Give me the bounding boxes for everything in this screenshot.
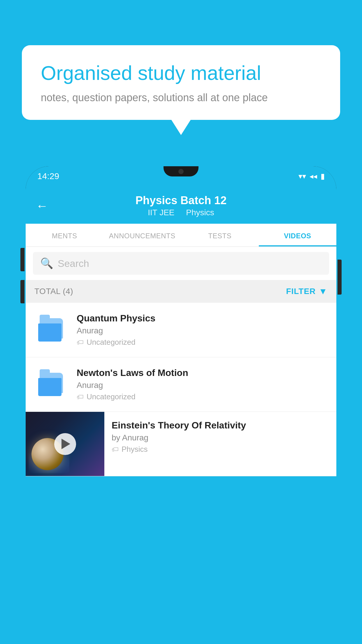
bubble-subtitle: notes, question papers, solutions all at… <box>41 92 321 104</box>
folder-front-icon <box>38 323 61 342</box>
play-icon <box>61 439 70 449</box>
search-placeholder: Search <box>58 258 89 269</box>
list-item[interactable]: Einstein's Theory Of Relativity by Anura… <box>26 412 336 476</box>
total-count: TOTAL (4) <box>34 287 73 296</box>
filter-button[interactable]: FILTER ▼ <box>286 286 328 296</box>
app-header: ← Physics Batch 12 IIT JEE Physics <box>26 186 336 224</box>
battery-icon: ▮ <box>321 172 325 181</box>
video-title-2: Newton's Laws of Motion <box>77 368 328 378</box>
tag-icon-1: 🏷 <box>77 338 84 346</box>
vol-button-2 <box>20 280 24 303</box>
folder-front-icon-2 <box>38 378 61 396</box>
signal-icon: ◂◂ <box>310 172 317 181</box>
video-author-2: Anurag <box>77 381 328 390</box>
tag-iitjee: IIT JEE <box>148 208 174 217</box>
batch-title: Physics Batch 12 <box>136 194 227 207</box>
video-info-2: Newton's Laws of Motion Anurag 🏷 Uncateg… <box>77 368 328 401</box>
camera <box>178 169 184 174</box>
header-title-block: Physics Batch 12 IIT JEE Physics <box>136 194 227 217</box>
video-list: Quantum Physics Anurag 🏷 Uncategorized <box>26 303 336 476</box>
folder-thumb-1 <box>34 313 68 347</box>
bubble-title: Organised study material <box>41 61 321 85</box>
tab-bar: MENTS ANNOUNCEMENTS TESTS VIDEOS <box>26 224 336 247</box>
video-thumbnail-3 <box>26 412 104 476</box>
video-author-3: by Anurag <box>112 433 329 442</box>
batch-subtitle: IIT JEE Physics <box>136 208 227 217</box>
status-icons: ▾▾ ◂◂ ▮ <box>298 172 325 181</box>
vol-button-1 <box>20 248 24 271</box>
video-title-3: Einstein's Theory Of Relativity <box>112 420 329 431</box>
wifi-icon: ▾▾ <box>298 172 306 181</box>
tag-icon-3: 🏷 <box>112 445 119 454</box>
video-info-1: Quantum Physics Anurag 🏷 Uncategorized <box>77 313 328 347</box>
video-info-3: Einstein's Theory Of Relativity by Anura… <box>104 412 336 462</box>
video-title-1: Quantum Physics <box>77 313 328 324</box>
tab-tests[interactable]: TESTS <box>181 224 259 246</box>
tab-announcements[interactable]: ANNOUNCEMENTS <box>103 224 181 246</box>
filter-icon: ▼ <box>319 286 328 296</box>
search-container: 🔍 Search <box>26 247 336 280</box>
tag-physics: Physics <box>186 208 214 217</box>
tab-ments[interactable]: MENTS <box>26 224 103 246</box>
list-item[interactable]: Newton's Laws of Motion Anurag 🏷 Uncateg… <box>26 357 336 412</box>
status-bar: 14:29 ▾▾ ◂◂ ▮ <box>26 166 336 186</box>
video-author-1: Anurag <box>77 326 328 335</box>
back-button[interactable]: ← <box>36 199 48 213</box>
speech-bubble: Organised study material notes, question… <box>22 45 340 120</box>
search-bar[interactable]: 🔍 Search <box>33 252 329 275</box>
notch <box>164 166 198 176</box>
filter-bar: TOTAL (4) FILTER ▼ <box>26 280 336 303</box>
video-tag-1: 🏷 Uncategorized <box>77 338 328 347</box>
tag-text-1: Uncategorized <box>87 338 136 347</box>
tag-icon-2: 🏷 <box>77 393 84 401</box>
search-icon: 🔍 <box>40 257 53 270</box>
tag-text-3: Physics <box>122 445 148 454</box>
play-button-3[interactable] <box>54 433 76 455</box>
power-button <box>338 260 342 295</box>
tab-videos[interactable]: VIDEOS <box>259 224 337 246</box>
status-time: 14:29 <box>37 171 59 181</box>
tag-text-2: Uncategorized <box>87 392 136 401</box>
filter-label: FILTER <box>286 287 316 296</box>
phone-screen: 14:29 ▾▾ ◂◂ ▮ ← Physics Batch 12 IIT JEE… <box>26 166 336 476</box>
folder-thumb-2 <box>34 368 68 401</box>
video-tag-3: 🏷 Physics <box>112 445 329 454</box>
video-tag-2: 🏷 Uncategorized <box>77 392 328 401</box>
phone-mockup: 14:29 ▾▾ ◂◂ ▮ ← Physics Batch 12 IIT JEE… <box>26 166 336 644</box>
list-item[interactable]: Quantum Physics Anurag 🏷 Uncategorized <box>26 303 336 357</box>
